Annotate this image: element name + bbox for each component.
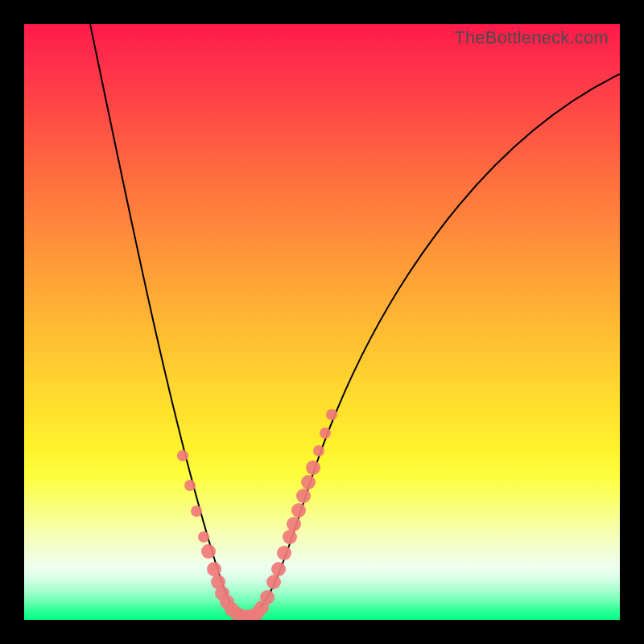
- curve-dot: [198, 531, 209, 543]
- curve-dot: [326, 409, 337, 420]
- curve-dot: [177, 450, 188, 461]
- curve-dot: [266, 575, 281, 589]
- chart-frame: TheBottleneck.com: [0, 0, 644, 644]
- bottleneck-curve: [90, 24, 620, 616]
- curve-dot: [260, 590, 275, 605]
- curve-dot: [306, 460, 320, 475]
- curve-dot: [283, 530, 297, 544]
- curve-dot: [184, 480, 196, 491]
- curve-dot: [296, 489, 311, 503]
- chart-svg: [24, 24, 620, 620]
- curve-dot: [301, 475, 316, 489]
- curve-dot: [291, 503, 306, 518]
- curve-dot: [207, 562, 221, 576]
- curve-dot: [201, 544, 216, 559]
- plot-area: TheBottleneck.com: [24, 24, 620, 620]
- curve-dot: [277, 546, 291, 560]
- curve-dot: [287, 517, 301, 531]
- curve-dot: [320, 427, 331, 439]
- curve-dot: [191, 506, 202, 517]
- curve-dot: [271, 562, 286, 576]
- curve-dot: [313, 445, 324, 456]
